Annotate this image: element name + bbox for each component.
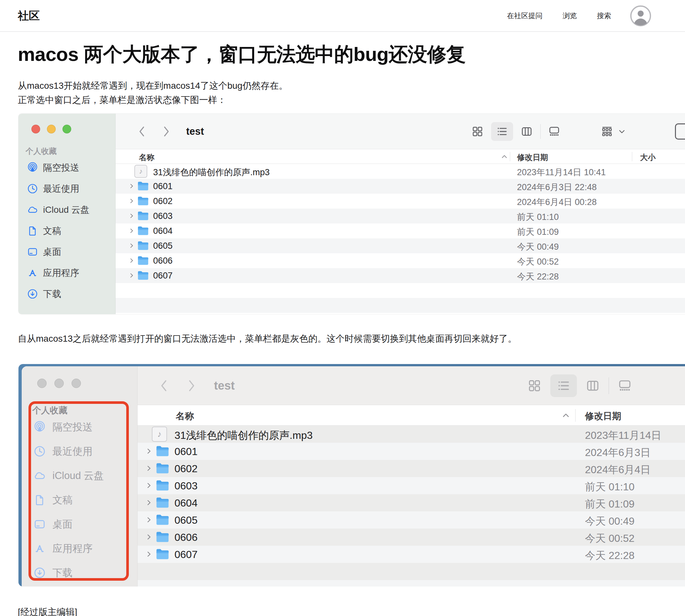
disclosure-chevron-icon[interactable] [129, 213, 135, 219]
chevron-down-icon [618, 128, 626, 135]
folder-row-0605[interactable]: 0605 今天 00:49 [116, 238, 685, 253]
column-divider[interactable] [632, 152, 632, 161]
column-header-size[interactable]: 大小 [640, 152, 656, 162]
folder-row-0604[interactable]: 0604 前天 01:09 [138, 494, 685, 511]
nav-browse[interactable]: 浏览 [563, 11, 577, 21]
column-view-button[interactable] [586, 379, 599, 393]
audio-file-icon: ♪ [134, 165, 147, 178]
disclosure-chevron-icon[interactable] [145, 516, 153, 523]
folder-icon [154, 530, 170, 545]
gallery-view-button[interactable] [548, 126, 560, 137]
column-view-button[interactable] [521, 126, 532, 137]
folder-row-0603[interactable]: 0603 前天 01:10 [138, 477, 685, 494]
column-header-date[interactable]: 修改日期 [585, 410, 621, 422]
column-header-row: 名称 修改日期 大小 [116, 149, 685, 164]
file-list: ♪ 31浅绯色的喵创作的原声.mp3 2023年11月14日 0601 2024… [138, 425, 685, 587]
screenshot-active-window: 个人收藏 隔空投送 最近使用 iCloud 云盘 文稿 桌面 应用程序 下载 t… [19, 114, 685, 314]
sidebar-item-downloads[interactable]: 下载 [27, 283, 89, 304]
folder-icon [136, 254, 150, 267]
folder-row-0605[interactable]: 0605 今天 00:49 [138, 511, 685, 529]
nav-search[interactable]: 搜索 [597, 11, 611, 21]
post-paragraph-3: 自从macos13之后就经常遇到打开的窗口无法激活选中，菜单栏都是灰色的。这个时… [18, 332, 685, 346]
folder-icon [136, 195, 150, 207]
back-button[interactable] [158, 379, 169, 393]
sidebar-item-recents[interactable]: 最近使用 [27, 178, 89, 199]
nav-ask-community[interactable]: 在社区提问 [507, 11, 543, 21]
traffic-lights [31, 125, 71, 133]
back-button[interactable] [137, 125, 147, 138]
disclosure-chevron-icon[interactable] [129, 243, 135, 249]
column-divider[interactable] [510, 152, 510, 161]
disclosure-chevron-icon[interactable] [145, 499, 153, 506]
sort-ascending-icon[interactable] [501, 153, 508, 160]
disclosure-chevron-icon[interactable] [145, 551, 153, 558]
folder-row-0602[interactable]: 0602 2024年6月4日 00:28 [116, 194, 685, 208]
sidebar-item-icloud[interactable]: iCloud 云盘 [27, 199, 89, 220]
folder-row-0601[interactable]: 0601 2024年6月3日 22:48 [116, 179, 685, 194]
file-list: ♪ 31浅绯色的喵创作的原声.mp3 2023年11月14日 10:41 060… [116, 164, 685, 314]
sidebar-item-airdrop[interactable]: 隔空投送 [27, 157, 89, 178]
list-view-button[interactable] [491, 122, 513, 141]
folder-icon [154, 512, 170, 528]
column-header-date[interactable]: 修改日期 [517, 152, 548, 162]
window-title: test [214, 379, 235, 393]
folder-icon [136, 269, 150, 282]
folder-row-0601[interactable]: 0601 2024年6月3日 [138, 443, 685, 460]
sidebar-item-applications[interactable]: 应用程序 [27, 262, 89, 283]
disclosure-chevron-icon[interactable] [145, 447, 153, 455]
disclosure-chevron-icon[interactable] [129, 258, 135, 264]
post-paragraph-1: 从macos13开始就经常遇到，现在到macos14了这个bug仍然存在。 [18, 79, 685, 93]
gallery-view-button[interactable] [618, 379, 632, 393]
column-divider[interactable] [575, 409, 576, 422]
disclosure-chevron-icon[interactable] [145, 533, 153, 541]
toolbar-divider [609, 377, 609, 394]
forward-button[interactable] [186, 379, 197, 393]
folder-row-0607[interactable]: 0607 今天 22:28 [138, 546, 685, 563]
close-button[interactable] [31, 125, 40, 133]
disclosure-chevron-icon[interactable] [129, 198, 135, 204]
minimize-button[interactable] [47, 125, 56, 133]
folder-row-0603[interactable]: 0603 前天 01:10 [116, 208, 685, 223]
folder-row-0607[interactable]: 0607 今天 22:28 [116, 268, 685, 283]
sidebar-item-desktop[interactable]: 桌面 [27, 241, 89, 262]
page-title: macos 两个大版本了，窗口无法选中的bug还没修复 [18, 41, 685, 68]
empty-stripe-row [116, 298, 685, 313]
moderator-edit-note: [经过版主编辑] [18, 606, 685, 616]
post-paragraph-2: 正常选中窗口之后，菜单栏是激活状态像下图一样： [18, 93, 685, 107]
column-header-name[interactable]: 名称 [139, 152, 154, 162]
folder-row-0606[interactable]: 0606 今天 00:52 [138, 529, 685, 546]
site-nav: 在社区提问 浏览 搜索 [507, 11, 611, 21]
disclosure-chevron-icon[interactable] [129, 228, 135, 234]
close-button[interactable] [37, 379, 47, 388]
folder-row-0604[interactable]: 0604 前天 01:09 [116, 223, 685, 238]
disclosure-chevron-icon[interactable] [129, 183, 135, 189]
site-brand[interactable]: 社区 [18, 8, 40, 23]
post-body: macos 两个大版本了，窗口无法选中的bug还没修复 从macos13开始就经… [0, 41, 685, 616]
icon-view-button[interactable] [472, 126, 483, 137]
toolbar-divider [540, 124, 541, 139]
cloud-icon [27, 204, 38, 215]
empty-stripe-row [138, 580, 685, 587]
finder-sidebar: 个人收藏 隔空投送 最近使用 iCloud 云盘 文稿 桌面 应用程序 下载 [19, 114, 116, 314]
forward-button[interactable] [162, 125, 171, 138]
zoom-button[interactable] [63, 125, 71, 133]
minimize-button[interactable] [54, 379, 64, 388]
folder-row-0606[interactable]: 0606 今天 00:52 [116, 253, 685, 268]
disclosure-chevron-icon[interactable] [145, 465, 153, 472]
icon-view-button[interactable] [528, 379, 541, 393]
share-button-partial[interactable] [675, 124, 685, 139]
file-row-mp3[interactable]: ♪ 31浅绯色的喵创作的原声.mp3 2023年11月14日 [138, 425, 685, 443]
disclosure-chevron-icon[interactable] [145, 482, 153, 489]
group-by-button[interactable] [600, 114, 626, 149]
list-view-button[interactable] [550, 374, 577, 397]
folder-icon [136, 210, 150, 222]
file-row-mp3[interactable]: ♪ 31浅绯色的喵创作的原声.mp3 2023年11月14日 10:41 [116, 164, 685, 179]
column-header-name[interactable]: 名称 [176, 410, 194, 422]
folder-row-0602[interactable]: 0602 2024年6月4日 [138, 460, 685, 477]
sidebar-item-documents[interactable]: 文稿 [27, 220, 89, 241]
folder-icon [154, 461, 170, 476]
disclosure-chevron-icon[interactable] [129, 272, 135, 279]
sort-ascending-icon[interactable] [562, 411, 570, 420]
zoom-button[interactable] [71, 379, 81, 388]
user-avatar-icon[interactable] [630, 5, 651, 26]
